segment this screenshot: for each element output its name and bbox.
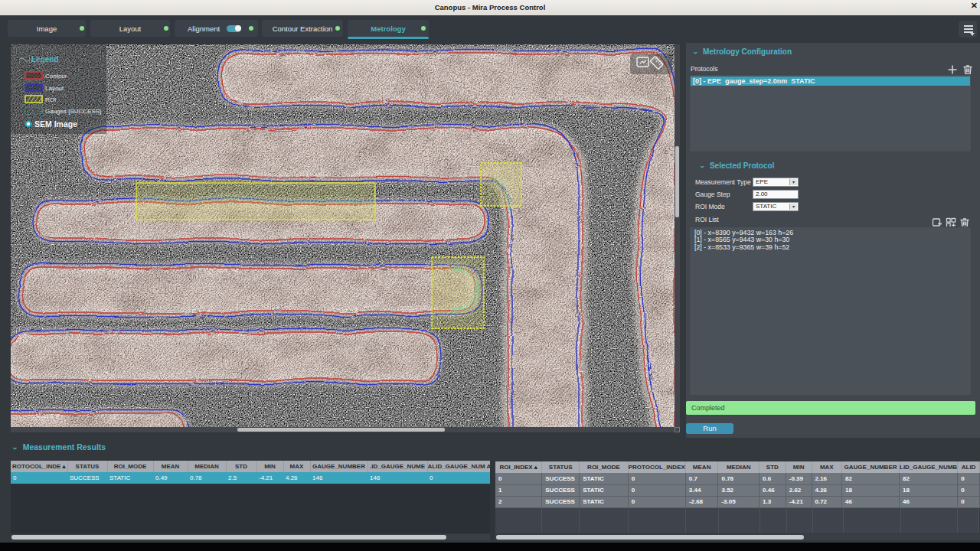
svg-text:Contour: Contour: [45, 73, 67, 80]
svg-text:Layout: Layout: [45, 85, 64, 92]
svg-text:Legend: Legend: [31, 55, 59, 64]
svg-text:Gauges [SUCCESS]: Gauges [SUCCESS]: [45, 108, 101, 115]
svg-text:SEM Image: SEM Image: [34, 119, 77, 129]
svg-text:ROI: ROI: [45, 96, 56, 103]
